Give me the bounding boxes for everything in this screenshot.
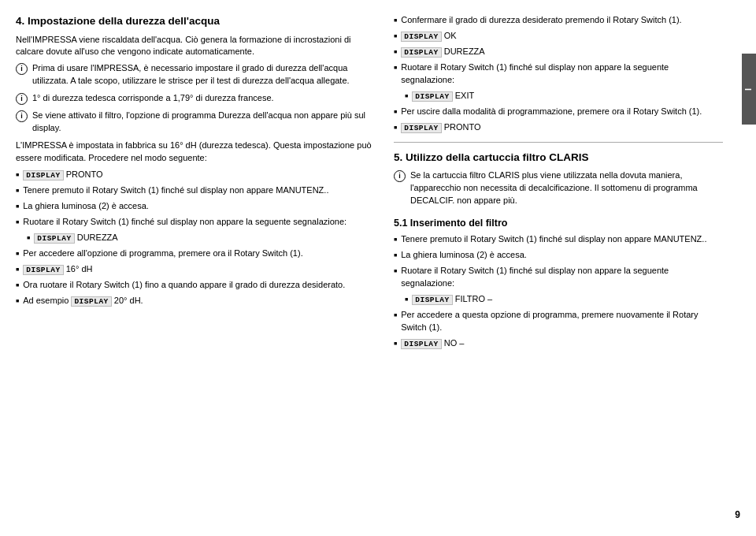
info-icon-3: i (16, 110, 28, 122)
section4-para2: L'IMPRESSA è impostata in fabbrica su 16… (16, 140, 378, 165)
section51-bullet-list: Tenere premuto il Rotary Switch (1) finc… (394, 233, 723, 350)
info-icon-1: i (16, 63, 28, 75)
list-item: Ruotare il Rotary Switch (1) finché sul … (16, 216, 378, 229)
list-text: Ruotare il Rotary Switch (1) finché sul … (23, 216, 346, 229)
list-item: La ghiera luminosa (2) è accesa. (394, 249, 723, 262)
list-item: DISPLAY EXIT (405, 90, 723, 102)
bullet-display-durezza: DISPLAY DUREZZA (34, 232, 117, 244)
info-text-1: Prima di usare l'IMPRESSA, è necessario … (32, 62, 378, 87)
right-column-inner: Confermare il grado di durezza desiderat… (394, 14, 740, 350)
section5-info-text: Se la cartuccia filtro CLARIS plus viene… (410, 169, 723, 207)
left-column: 4. Impostazione della durezza dell'acqua… (16, 14, 378, 522)
list-text: Ruotare il Rotary Switch (1) finché sul … (401, 61, 723, 87)
list-item: DISPLAY PRONTO (16, 169, 378, 181)
info-text-3: Se viene attivato il filtro, l'opzione d… (32, 110, 378, 135)
bullet-display-ok: DISPLAY OK (401, 30, 456, 43)
list-text: Per accedere all'opzione di programma, p… (23, 248, 302, 260)
list-item: La ghiera luminosa (2) è accesa. (16, 200, 378, 213)
tab-label: I (743, 87, 755, 91)
list-text: Tenere premuto il Rotary Switch (1) finc… (23, 184, 328, 197)
section4-heading: 4. Impostazione della durezza dell'acqua (16, 14, 378, 28)
list-item: DISPLAY NO – (394, 337, 723, 350)
list-text: Tenere premuto il Rotary Switch (1) finc… (401, 233, 706, 246)
bullet-display-filtro: DISPLAY FILTRO – (412, 293, 492, 306)
page-number: 9 (735, 508, 740, 522)
info-block-1: i Prima di usare l'IMPRESSA, è necessari… (16, 62, 378, 87)
list-text: Confermare il grado di durezza desiderat… (401, 14, 681, 27)
list-item: DISPLAY OK (394, 30, 723, 43)
bullet-display-durezza2: DISPLAY DUREZZA (401, 46, 484, 58)
list-text: Per accedere a questa opzione di program… (401, 309, 723, 334)
list-item: Ora ruotare il Rotary Switch (1) fino a … (16, 279, 378, 292)
bullet-display-exit: DISPLAY EXIT (412, 90, 474, 102)
info-icon-5: i (394, 170, 406, 182)
list-item: Tenere premuto il Rotary Switch (1) finc… (394, 233, 723, 246)
info-text-2: 1° di durezza tedesca corrisponde a 1,79… (32, 92, 378, 105)
display-tag: DISPLAY (23, 265, 63, 275)
bullet-display-pronto2: DISPLAY PRONTO (401, 121, 480, 134)
list-item: Tenere premuto il Rotary Switch (1) finc… (16, 184, 378, 197)
right-column: Confermare il grado di durezza desiderat… (394, 14, 740, 522)
list-text: La ghiera luminosa (2) è accesa. (23, 200, 149, 213)
section-tab: I (742, 54, 756, 125)
display-tag: DISPLAY (412, 91, 452, 102)
list-text: Per uscire dalla modalità di programmazi… (401, 106, 702, 118)
list-text: Ora ruotare il Rotary Switch (1) fino a … (23, 279, 345, 292)
info-block-2: i 1° di durezza tedesca corrisponde a 1,… (16, 92, 378, 105)
section4-para1: Nell'IMPRESSA viene riscaldata dell'acqu… (16, 34, 378, 59)
section4-right-bullets: Confermare il grado di durezza desiderat… (394, 14, 723, 134)
section51-heading: 5.1 Inserimento del filtro (394, 217, 723, 229)
list-item: Confermare il grado di durezza desiderat… (394, 14, 723, 27)
list-item: Per uscire dalla modalità di programmazi… (394, 106, 723, 118)
display-tag: DISPLAY (23, 170, 63, 181)
section-divider (394, 142, 723, 143)
list-item: Ruotare il Rotary Switch (1) finché sul … (394, 61, 723, 87)
list-item: DISPLAY DUREZZA (27, 232, 378, 244)
display-tag: DISPLAY (401, 47, 441, 58)
list-item: DISPLAY 16° dH (16, 263, 378, 276)
list-item: Per accedere all'opzione di programma, p… (16, 248, 378, 260)
section5-heading: 5. Utilizzo della cartuccia filtro CLARI… (394, 151, 723, 165)
list-item: DISPLAY FILTRO – (405, 293, 723, 306)
info-block-3: i Se viene attivato il filtro, l'opzione… (16, 110, 378, 135)
list-item: DISPLAY DUREZZA (394, 46, 723, 58)
page-layout: 4. Impostazione della durezza dell'acqua… (0, 0, 756, 536)
display-tag: DISPLAY (71, 296, 111, 307)
display-tag: DISPLAY (401, 339, 441, 349)
list-item: Ad esempio DISPLAY 20° dH. (16, 295, 378, 307)
list-item: Ruotare il Rotary Switch (1) finché sul … (394, 265, 723, 290)
bullet-display-no: DISPLAY NO – (401, 337, 464, 350)
info-icon-2: i (16, 93, 28, 105)
list-text: La ghiera luminosa (2) è accesa. (401, 249, 527, 262)
list-text: Ruotare il Rotary Switch (1) finché sul … (401, 265, 723, 290)
bullet-display-16dh: DISPLAY 16° dH (23, 263, 92, 276)
display-tag: DISPLAY (401, 123, 441, 133)
section5-info-block: i Se la cartuccia filtro CLARIS plus vie… (394, 169, 723, 207)
section4-bullet-list: DISPLAY PRONTO Tenere premuto il Rotary … (16, 169, 378, 307)
display-tag: DISPLAY (401, 32, 441, 42)
display-tag: DISPLAY (412, 295, 452, 305)
display-tag: DISPLAY (34, 233, 74, 244)
list-text: Ad esempio DISPLAY 20° dH. (23, 295, 143, 307)
list-item: Per accedere a questa opzione di program… (394, 309, 723, 334)
bullet-display-pronto: DISPLAY PRONTO (23, 169, 102, 181)
list-item: DISPLAY PRONTO (394, 121, 723, 134)
